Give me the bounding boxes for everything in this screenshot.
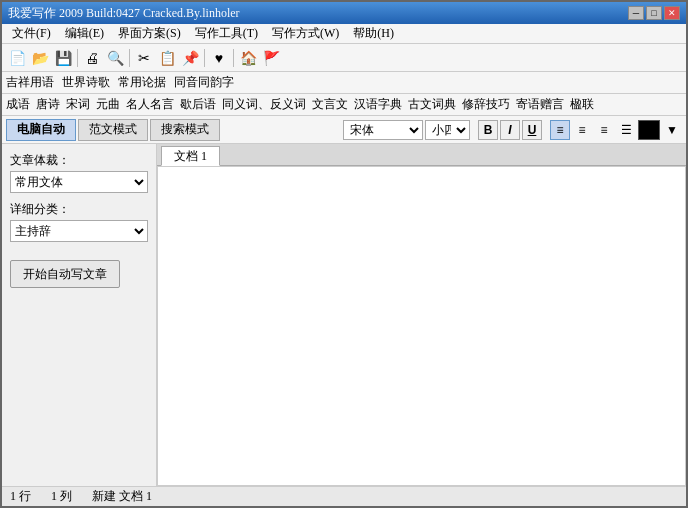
tool-tongyi[interactable]: 同义词、反义词 (222, 96, 306, 113)
detail-label: 详细分类： (10, 201, 148, 218)
tool-wenyan[interactable]: 文言文 (312, 96, 348, 113)
align-center-button[interactable]: ≡ (572, 120, 592, 140)
menu-theme[interactable]: 界面方案(S) (112, 23, 187, 44)
tool-songci[interactable]: 宋词 (66, 96, 90, 113)
editor-content[interactable] (158, 167, 685, 485)
tool-xiehouyu[interactable]: 歇后语 (180, 96, 216, 113)
body-type-section: 文章体裁： 常用文体 (10, 152, 148, 193)
maximize-button[interactable]: □ (646, 6, 662, 20)
status-col: 1 列 (51, 488, 72, 505)
quicklink-shige[interactable]: 世界诗歌 (62, 74, 110, 91)
body-type-select[interactable]: 常用文体 (10, 171, 148, 193)
home-button[interactable]: 🏠 (237, 47, 259, 69)
quicklink-jixiang[interactable]: 吉祥用语 (6, 74, 54, 91)
sep1 (77, 49, 78, 67)
window-controls: ─ □ ✕ (628, 6, 680, 20)
close-button[interactable]: ✕ (664, 6, 680, 20)
doc-tabs: 文档 1 (157, 144, 686, 166)
menu-help[interactable]: 帮助(H) (347, 23, 400, 44)
sep3 (204, 49, 205, 67)
tool-yinglian[interactable]: 楹联 (570, 96, 594, 113)
title-bar: 我爱写作 2009 Build:0427 Cracked.By.linholer… (2, 2, 686, 24)
text-color-picker[interactable] (638, 120, 660, 140)
tab-auto[interactable]: 电脑自动 (6, 119, 76, 141)
tool-hanyu[interactable]: 汉语字典 (354, 96, 402, 113)
writing-tools-row: 成语 唐诗 宋词 元曲 名人名言 歇后语 同义词、反义词 文言文 汉语字典 古文… (2, 94, 686, 116)
tab-template[interactable]: 范文模式 (78, 119, 148, 141)
menu-edit[interactable]: 编辑(E) (59, 23, 110, 44)
cut-button[interactable]: ✂ (133, 47, 155, 69)
list-button[interactable]: ☰ (616, 120, 636, 140)
new-file-button[interactable]: 📄 (6, 47, 28, 69)
tool-guwen[interactable]: 古文词典 (408, 96, 456, 113)
status-row: 1 行 (10, 488, 31, 505)
sep2 (129, 49, 130, 67)
quicklink-tongyin[interactable]: 同音同韵字 (174, 74, 234, 91)
menu-bar: 文件(F) 编辑(E) 界面方案(S) 写作工具(T) 写作方式(W) 帮助(H… (2, 24, 686, 44)
status-doc: 新建 文档 1 (92, 488, 152, 505)
window-title: 我爱写作 2009 Build:0427 Cracked.By.linholer (8, 5, 240, 22)
menu-mode[interactable]: 写作方式(W) (266, 23, 345, 44)
copy-button[interactable]: 📋 (156, 47, 178, 69)
tool-chengyu[interactable]: 成语 (6, 96, 30, 113)
size-select[interactable]: 小四 (425, 120, 470, 140)
flag-button[interactable]: 🚩 (260, 47, 282, 69)
left-panel: 文章体裁： 常用文体 详细分类： 主持辞 开始自动写文章 (2, 144, 157, 486)
tool-jiyu[interactable]: 寄语赠言 (516, 96, 564, 113)
editor-area (157, 166, 686, 486)
doc-tab-1[interactable]: 文档 1 (161, 146, 220, 166)
body-type-label: 文章体裁： (10, 152, 148, 169)
tool-tangshi[interactable]: 唐诗 (36, 96, 60, 113)
print-button[interactable]: 🖨 (81, 47, 103, 69)
start-auto-write-button[interactable]: 开始自动写文章 (10, 260, 120, 288)
align-right-button[interactable]: ≡ (594, 120, 614, 140)
italic-button[interactable]: I (500, 120, 520, 140)
font-select[interactable]: 宋体 (343, 120, 423, 140)
mode-tabs-row: 电脑自动 范文模式 搜索模式 宋体 小四 B I U ≡ ≡ ≡ ☰ ▼ (2, 116, 686, 144)
save-button[interactable]: 💾 (52, 47, 74, 69)
quicklink-yuju[interactable]: 常用论据 (118, 74, 166, 91)
align-left-button[interactable]: ≡ (550, 120, 570, 140)
tool-yuanqu[interactable]: 元曲 (96, 96, 120, 113)
tab-search[interactable]: 搜索模式 (150, 119, 220, 141)
main-area: 文章体裁： 常用文体 详细分类： 主持辞 开始自动写文章 文档 1 (2, 144, 686, 486)
minimize-button[interactable]: ─ (628, 6, 644, 20)
main-window: 我爱写作 2009 Build:0427 Cracked.By.linholer… (0, 0, 688, 508)
toolbar-icons: 📄 📂 💾 🖨 🔍 ✂ 📋 📌 ♥ 🏠 🚩 (2, 44, 686, 72)
detail-section: 详细分类： 主持辞 (10, 201, 148, 242)
sep4 (233, 49, 234, 67)
paste-button[interactable]: 📌 (179, 47, 201, 69)
heart-button[interactable]: ♥ (208, 47, 230, 69)
color-arrow-button[interactable]: ▼ (662, 120, 682, 140)
status-bar: 1 行 1 列 新建 文档 1 (2, 486, 686, 506)
bold-button[interactable]: B (478, 120, 498, 140)
menu-file[interactable]: 文件(F) (6, 23, 57, 44)
open-file-button[interactable]: 📂 (29, 47, 51, 69)
quick-links-row: 吉祥用语 世界诗歌 常用论据 同音同韵字 (2, 72, 686, 94)
tool-xiuci[interactable]: 修辞技巧 (462, 96, 510, 113)
preview-button[interactable]: 🔍 (104, 47, 126, 69)
tool-mingren[interactable]: 名人名言 (126, 96, 174, 113)
doc-area: 文档 1 (157, 144, 686, 486)
detail-select[interactable]: 主持辞 (10, 220, 148, 242)
menu-tools[interactable]: 写作工具(T) (189, 23, 264, 44)
underline-button[interactable]: U (522, 120, 542, 140)
